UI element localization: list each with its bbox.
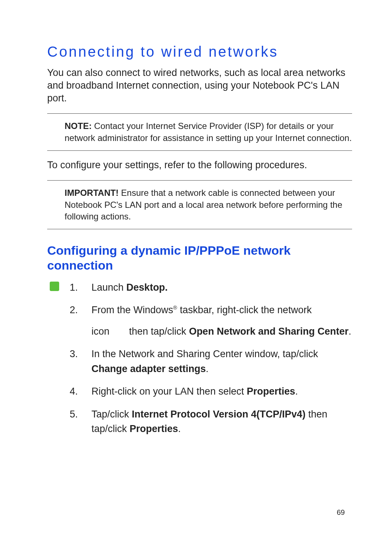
manual-page: Connecting to wired networks You can als… (0, 0, 392, 553)
configure-line: To configure your settings, refer to the… (47, 159, 352, 171)
section-title: Connecting to wired networks (47, 44, 352, 60)
page-number: 69 (337, 508, 345, 517)
step-2-registered: ® (173, 305, 177, 311)
step-3: In the Network and Sharing Center window… (70, 347, 352, 376)
important-block: IMPORTANT! Ensure that a network cable i… (47, 180, 352, 229)
steps-list: Launch Desktop. From the Windows® taskba… (62, 280, 352, 444)
desktop-tile-icon (47, 280, 62, 291)
step-2-text-a: From the Windows (91, 304, 173, 315)
step-4-period: . (295, 386, 298, 397)
step-2: From the Windows® taskbar, right-click t… (70, 303, 352, 339)
step-4-bold: Properties (247, 386, 295, 397)
intro-paragraph: You can also connect to wired networks, … (47, 66, 352, 105)
step-3-text: In the Network and Sharing Center window… (91, 348, 318, 359)
note-block: NOTE: Contact your Internet Service Prov… (47, 113, 352, 151)
step-3-bold: Change adapter settings (91, 363, 206, 374)
step-4: Right-click on your LAN then select Prop… (70, 384, 352, 399)
step-1-bold: Desktop. (126, 282, 168, 293)
step-3-period: . (206, 363, 209, 374)
step-5-bold-b: Properties (130, 423, 178, 434)
step-5-text-a: Tap/click (91, 409, 132, 420)
step-2-icon-word: icon (91, 326, 110, 337)
step-2-text-b: taskbar, right-click the network (177, 304, 312, 315)
note-label: NOTE: (65, 121, 92, 131)
step-5-period: . (178, 423, 181, 434)
step-1: Launch Desktop. (70, 280, 352, 295)
steps-container: Launch Desktop. From the Windows® taskba… (47, 280, 352, 444)
step-2-text-d: then tap/click (129, 326, 189, 337)
important-label: IMPORTANT! (65, 188, 119, 198)
step-2-period: . (348, 326, 351, 337)
step-5: Tap/click Internet Protocol Version 4(TC… (70, 407, 352, 436)
step-5-bold-a: Internet Protocol Version 4(TCP/IPv4) (132, 409, 306, 420)
step-4-text: Right-click on your LAN then select (91, 386, 247, 397)
step-1-text: Launch (91, 282, 126, 293)
subsection-title: Configuring a dynamic IP/PPPoE network c… (47, 243, 352, 273)
step-2-bold: Open Network and Sharing Center (189, 326, 349, 337)
note-text: Contact your Internet Service Provider (… (65, 121, 352, 142)
